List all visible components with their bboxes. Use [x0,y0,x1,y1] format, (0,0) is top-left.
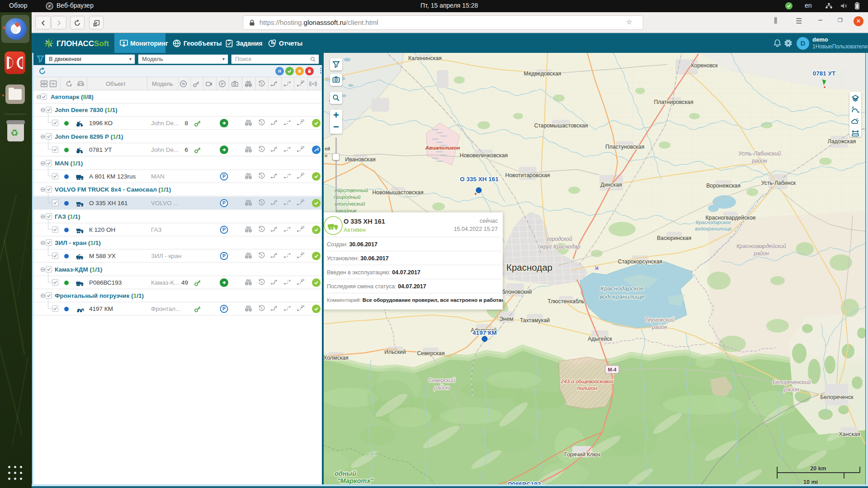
svg-text:Ильский: Ильский [384,349,406,355]
svg-text:район: район [751,158,767,164]
svg-text:Белореченск: Белореченск [820,394,854,400]
svg-text:городской: городской [546,236,572,242]
svg-text:P: P [222,227,226,232]
svg-text:Ладожская: Ладожская [828,138,856,145]
svg-text:Адыгейск: Адыгейск [588,336,612,342]
svg-text:Новомышастовская: Новомышастовская [372,189,423,196]
svg-text:243-й общевойсковой: 243-й общевойсковой [561,379,614,384]
svg-text:дарственный: дарственный [335,188,368,193]
svg-text:н: н [325,153,327,158]
svg-text:24: 24 [301,225,304,229]
svg-text:Усть-Лабинск: Усть-Лабинск [761,180,796,186]
svg-text:округ Краснодар: округ Краснодар [538,244,580,250]
svg-text:Платнировская: Платнировская [654,99,693,105]
svg-text:Ханская: Ханская [839,431,860,437]
svg-text:Теучежский: Теучежский [645,317,675,323]
svg-text:район: район [651,324,667,330]
svg-text:Старокорсунская: Старокорсунская [618,258,662,265]
svg-text:24: 24 [301,80,304,83]
svg-text:Медведовская: Медведовская [524,70,561,77]
svg-text:24: 24 [301,119,304,122]
svg-text:Холмская: Холмская [324,355,349,361]
svg-text:район: район [434,385,449,391]
svg-text:A: A [852,107,854,109]
svg-text:24: 24 [301,199,304,202]
svg-text:Горячий Ключ: Горячий Ключ [564,451,600,458]
svg-text:Старомышастовская: Старомышастовская [534,122,588,129]
svg-text:О 335 ХН 161: О 335 ХН 161 [460,176,499,183]
svg-text:водохранилище: водохранилище [695,226,731,231]
svg-text:Калининская: Калининская [408,55,442,61]
svg-text:P: P [222,174,226,179]
svg-text:Белореченский: Белореченский [773,379,811,385]
svg-text:90: 90 [182,82,185,85]
svg-text:Новотитаровская: Новотитаровская [505,172,550,178]
svg-text:Энем: Энем [500,316,514,322]
svg-text:одный: одный [335,470,356,477]
svg-text:полигон: полигон [577,385,597,391]
svg-text:Тлюстенхабль: Тлюстенхабль [547,298,585,305]
svg-text:Северский: Северский [428,377,455,384]
svg-text:ей: ей [325,146,330,151]
svg-text:Краснодарское: Краснодарское [696,220,731,225]
svg-text:P: P [222,253,226,258]
svg-text:Краснодар: Краснодар [506,262,552,272]
svg-text:Красногвардейский: Красногвардейский [736,243,786,249]
svg-text:24: 24 [301,252,304,255]
svg-text:4197 КМ: 4197 КМ [472,329,496,336]
svg-text:20 km: 20 km [810,465,826,472]
svg-text:Усть-Лабинский: Усть-Лабинский [738,150,781,157]
svg-text:B: B [858,111,859,113]
svg-text:Авиаполигон: Авиаполигон [425,145,460,150]
svg-text:24: 24 [301,145,304,149]
svg-text:24: 24 [301,305,304,308]
svg-text:P: P [222,306,226,311]
svg-text:ологический: ологический [335,201,365,206]
svg-text:Яблоновский: Яблоновский [498,289,532,295]
svg-text:природный: природный [334,194,361,200]
svg-text:водохранилище: водохранилище [599,293,645,300]
svg-text:Ивановская: Ивановская [345,156,375,163]
svg-text:P: P [221,82,224,86]
svg-text:район: район [753,250,769,257]
svg-text:24: 24 [301,172,304,175]
svg-text:P: P [222,200,226,206]
svg-text:район: район [783,386,799,393]
svg-text:М-4: М-4 [608,367,617,372]
svg-text:Тахтамукай: Тахтамукай [520,317,550,324]
svg-text:Кореновск: Кореновск [691,62,718,69]
svg-text:Северская: Северская [417,350,444,357]
svg-text:Динская: Динская [600,182,622,188]
svg-text:Васюринская: Васюринская [657,235,691,241]
svg-text:Нововеличковская: Нововеличковская [460,152,508,159]
svg-text:"Маркотх": "Маркотх" [337,477,374,484]
svg-text:Краснодарское: Краснодарское [600,285,643,292]
svg-text:Воронежская: Воронежская [706,183,741,189]
svg-text:Пластуновская: Пластуновская [605,144,644,150]
svg-text:24: 24 [301,278,304,282]
svg-text:0781 УТ: 0781 УТ [813,70,836,77]
